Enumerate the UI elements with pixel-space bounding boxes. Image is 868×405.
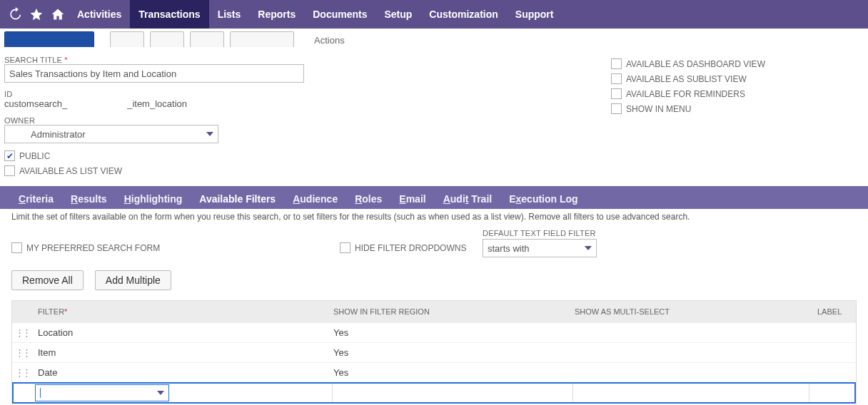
show-menu-checkbox[interactable] bbox=[611, 103, 622, 114]
my-preferred-search-form-row[interactable]: MY PREFERRED SEARCH FORM bbox=[11, 242, 340, 253]
hide-filter-dropdowns-row[interactable]: HIDE FILTER DROPDOWNS bbox=[340, 242, 483, 253]
owner-value: Administrator bbox=[9, 129, 86, 140]
tab-results[interactable]: Results bbox=[62, 189, 116, 209]
public-label: PUBLIC bbox=[19, 151, 50, 161]
col-multi-header: SHOW AS MULTI-SELECT bbox=[575, 307, 812, 316]
drag-handle-icon[interactable] bbox=[12, 367, 32, 378]
tab-email[interactable]: Email bbox=[390, 189, 434, 209]
page-toolbar: Actions bbox=[0, 29, 868, 47]
table-row[interactable]: Item Yes bbox=[12, 342, 856, 362]
nav-reports[interactable]: Reports bbox=[249, 0, 304, 29]
add-multiple-button[interactable]: Add Multiple bbox=[95, 270, 171, 290]
owner-select[interactable]: Administrator bbox=[4, 125, 218, 143]
search-title-label: SEARCH TITLE * bbox=[4, 56, 361, 64]
form-area: SEARCH TITLE * ID customsearch_ _item_lo… bbox=[0, 47, 868, 186]
table-row[interactable]: Location Yes bbox=[12, 322, 856, 342]
default-text-field-filter-value: starts with bbox=[488, 243, 530, 254]
dashboard-view-label: AVAILABLE AS DASHBOARD VIEW bbox=[626, 59, 765, 69]
public-checkbox-row[interactable]: PUBLIC bbox=[4, 150, 361, 161]
owner-label: OWNER bbox=[4, 116, 361, 125]
sublist-view-checkbox[interactable] bbox=[611, 73, 622, 84]
history-icon[interactable] bbox=[4, 0, 26, 29]
cell-region: Yes bbox=[333, 347, 575, 358]
drag-handle-icon[interactable] bbox=[12, 327, 32, 338]
list-view-checkbox[interactable] bbox=[4, 165, 15, 176]
tab-audience[interactable]: Audience bbox=[284, 189, 346, 209]
table-row[interactable]: Date Yes bbox=[12, 362, 856, 382]
table-row-editing[interactable] bbox=[12, 382, 856, 404]
filter-select-editing[interactable] bbox=[35, 384, 169, 401]
col-region-header: SHOW IN FILTER REGION bbox=[333, 307, 575, 316]
tab-available-filters[interactable]: Available Filters bbox=[191, 189, 284, 209]
col-label-header: LABEL bbox=[812, 307, 856, 316]
nav-transactions[interactable]: Transactions bbox=[130, 0, 208, 29]
hide-filter-dropdowns-label: HIDE FILTER DROPDOWNS bbox=[355, 243, 466, 253]
id-prefix: customsearch_ bbox=[4, 98, 67, 109]
sublist-view-label: AVAILABLE AS SUBLIST VIEW bbox=[626, 74, 747, 84]
top-nav: Activities Transactions Lists Reports Do… bbox=[0, 0, 868, 29]
nav-customization[interactable]: Customization bbox=[420, 0, 506, 29]
nav-support[interactable]: Support bbox=[507, 0, 562, 29]
tab-criteria[interactable]: Criteria bbox=[10, 189, 62, 209]
text-cursor bbox=[40, 388, 41, 398]
toolbar-button-2[interactable] bbox=[150, 31, 184, 47]
sublist-view-checkbox-row[interactable]: AVAILABLE AS SUBLIST VIEW bbox=[611, 73, 765, 84]
tab-options: MY PREFERRED SEARCH FORM HIDE FILTER DRO… bbox=[0, 227, 868, 267]
tab-roles[interactable]: Roles bbox=[346, 189, 390, 209]
nav-documents[interactable]: Documents bbox=[304, 0, 375, 29]
my-preferred-search-form-checkbox[interactable] bbox=[11, 242, 22, 253]
chevron-down-icon bbox=[206, 132, 213, 136]
col-filter-header: FILTER bbox=[38, 307, 64, 316]
show-menu-label: SHOW IN MENU bbox=[626, 104, 691, 114]
cell-filter: Date bbox=[32, 367, 333, 378]
show-menu-checkbox-row[interactable]: SHOW IN MENU bbox=[611, 103, 765, 114]
chevron-down-icon bbox=[585, 246, 592, 250]
dashboard-view-checkbox[interactable] bbox=[611, 58, 622, 69]
cell-filter: Location bbox=[32, 327, 333, 338]
list-view-checkbox-row[interactable]: AVAILABLE AS LIST VIEW bbox=[4, 165, 361, 176]
public-checkbox[interactable] bbox=[4, 150, 15, 161]
cell-region: Yes bbox=[333, 327, 575, 338]
nav-activities[interactable]: Activities bbox=[69, 0, 130, 29]
toolbar-button-1[interactable] bbox=[110, 31, 144, 47]
tab-highlighting[interactable]: Highlighting bbox=[116, 189, 191, 209]
toolbar-button-3[interactable] bbox=[190, 31, 224, 47]
chevron-down-icon bbox=[157, 391, 164, 395]
reminders-checkbox-row[interactable]: AVAILABLE FOR REMINDERS bbox=[611, 88, 765, 99]
search-title-input[interactable] bbox=[4, 64, 304, 83]
reminders-checkbox[interactable] bbox=[611, 88, 622, 99]
cell-filter: Item bbox=[32, 347, 333, 358]
tab-execution-log[interactable]: Execution Log bbox=[500, 189, 586, 209]
filters-grid: FILTER* SHOW IN FILTER REGION SHOW AS MU… bbox=[11, 300, 857, 404]
tab-description: Limit the set of filters available on th… bbox=[0, 209, 868, 227]
my-preferred-search-form-label: MY PREFERRED SEARCH FORM bbox=[26, 243, 160, 253]
grid-header: FILTER* SHOW IN FILTER REGION SHOW AS MU… bbox=[12, 301, 856, 322]
reminders-label: AVAILABLE FOR REMINDERS bbox=[626, 89, 745, 99]
tab-audit-trail[interactable]: Audit Trail bbox=[435, 189, 500, 209]
nav-lists[interactable]: Lists bbox=[209, 0, 250, 29]
cell-region: Yes bbox=[333, 367, 575, 378]
default-text-field-filter-select[interactable]: starts with bbox=[483, 239, 597, 257]
id-suffix: _item_location bbox=[127, 98, 187, 109]
list-view-label: AVAILABLE AS LIST VIEW bbox=[19, 166, 122, 176]
toolbar-button-4[interactable] bbox=[230, 31, 294, 47]
hide-filter-dropdowns-checkbox[interactable] bbox=[340, 242, 350, 253]
nav-setup[interactable]: Setup bbox=[375, 0, 420, 29]
primary-action-button[interactable] bbox=[4, 31, 94, 47]
home-icon[interactable] bbox=[47, 0, 69, 29]
default-text-field-filter-label: DEFAULT TEXT FIELD FILTER bbox=[483, 229, 597, 237]
dashboard-view-checkbox-row[interactable]: AVAILABLE AS DASHBOARD VIEW bbox=[611, 58, 765, 69]
drag-handle-icon[interactable] bbox=[12, 347, 32, 358]
actions-menu[interactable]: Actions bbox=[314, 35, 345, 46]
id-label: ID bbox=[4, 90, 361, 98]
star-icon[interactable] bbox=[26, 0, 47, 29]
filter-buttons-row: Remove All Add Multiple bbox=[0, 267, 868, 297]
remove-all-button[interactable]: Remove All bbox=[11, 270, 84, 290]
subtab-bar: Criteria Results Highlighting Available … bbox=[0, 186, 868, 209]
